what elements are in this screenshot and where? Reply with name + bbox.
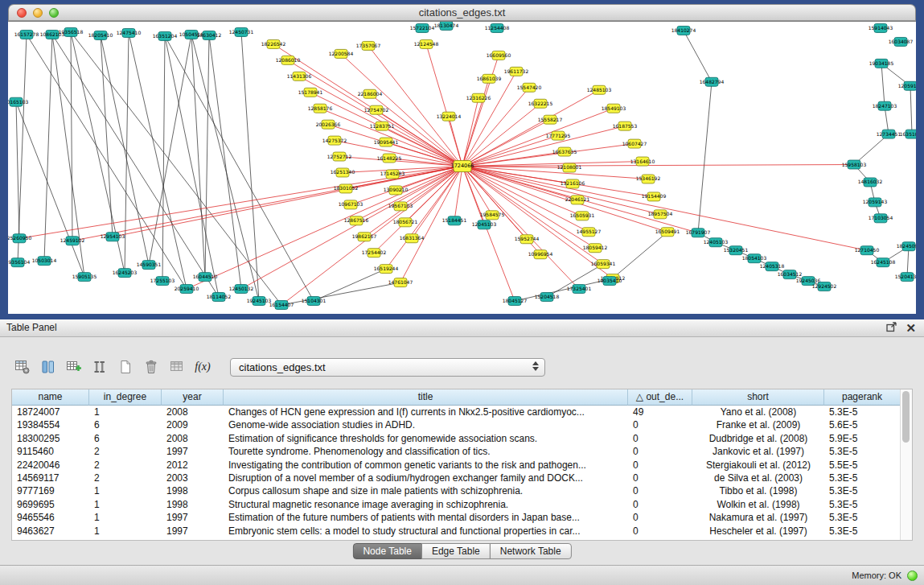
table-row[interactable]: 2242004622012Investigating the contribut… — [12, 459, 900, 472]
minimize-window-button[interactable] — [33, 8, 43, 18]
graph-node[interactable]: 14816032 — [858, 178, 883, 187]
delete-table-button[interactable] — [142, 356, 161, 377]
graph-node[interactable]: 20165103 — [8, 97, 28, 106]
graph-node[interactable]: 17771295 — [546, 131, 571, 140]
show-columns-button[interactable] — [39, 356, 58, 377]
graph-node[interactable]: 12450132 — [229, 285, 254, 294]
graph-node[interactable]: 12059143 — [863, 198, 888, 207]
graph-node[interactable]: 18054103 — [742, 254, 767, 263]
new-table-button[interactable] — [116, 356, 135, 377]
table-source-select[interactable]: citations_edges.txt — [230, 358, 545, 377]
graph-node[interactable]: 22186004 — [358, 89, 383, 98]
graph-node[interactable]: 15104301 — [302, 297, 326, 306]
graph-node[interactable]: 18247103 — [873, 101, 897, 110]
graph-node[interactable]: 16245108 — [871, 258, 896, 267]
graph-node[interactable]: 18205410 — [88, 31, 113, 39]
graph-node[interactable]: 18056721 — [393, 218, 418, 227]
column-header-year[interactable]: year — [162, 389, 224, 406]
graph-node[interactable]: 15320451 — [724, 246, 749, 255]
graph-node[interactable]: 19245103 — [247, 297, 272, 306]
graph-node[interactable]: 12108001 — [557, 163, 582, 172]
column-header-title[interactable]: title — [224, 389, 628, 406]
table-mode-button[interactable] — [13, 356, 32, 377]
graph-node[interactable]: 14761047 — [388, 278, 413, 287]
graph-node[interactable]: 19611732 — [504, 67, 529, 76]
tab-node-table[interactable]: Node Table — [352, 543, 422, 559]
graph-node[interactable]: 12858176 — [308, 104, 333, 113]
graph-node[interactable]: 19356104 — [8, 258, 30, 267]
table-row[interactable]: 969969511998Structural magnetic resonanc… — [12, 498, 900, 511]
graph-node[interactable]: 13164610 — [630, 157, 655, 166]
graph-node[interactable]: 19862167 — [352, 233, 377, 241]
graph-node[interactable]: 19154409 — [642, 192, 667, 201]
graph-node[interactable]: 18957504 — [648, 210, 673, 219]
graph-hub-node[interactable]: 1724066 — [451, 161, 474, 172]
graph-node[interactable]: 12045103 — [472, 220, 497, 229]
graph-node[interactable]: 15722104 — [410, 23, 435, 32]
graph-node[interactable]: 12405103 — [704, 238, 729, 247]
graph-node[interactable]: 16157278 — [14, 30, 39, 39]
column-header-pagerank[interactable]: pagerank — [824, 389, 900, 406]
graph-node[interactable]: 22046121 — [565, 196, 590, 204]
graph-node[interactable]: 16791907 — [686, 229, 711, 237]
column-header-name[interactable]: name — [12, 389, 89, 406]
graph-node[interactable]: 12086010 — [276, 56, 301, 64]
graph-node[interactable]: 12124548 — [414, 39, 439, 48]
tab-network-table[interactable]: Network Table — [490, 543, 572, 559]
graph-node[interactable]: 18630412 — [197, 31, 222, 39]
graph-node[interactable]: 16251340 — [331, 168, 355, 177]
graph-node[interactable]: 12734451 — [877, 130, 901, 138]
graph-node[interactable]: 11283751 — [370, 122, 395, 130]
graph-node[interactable]: 16831364 — [400, 234, 425, 243]
graph-node[interactable]: 16351098 — [900, 130, 916, 138]
column-bars-button[interactable] — [90, 356, 109, 377]
graph-node[interactable]: 12710450 — [855, 246, 880, 255]
float-panel-icon[interactable] — [886, 322, 897, 335]
table-row[interactable]: 1938455462009Genome-wide association stu… — [12, 418, 900, 431]
graph-node[interactable]: 18245094 — [897, 242, 916, 251]
graph-node[interactable]: 13224014 — [437, 112, 462, 121]
column-header-out-de-[interactable]: △ out_de... — [628, 389, 692, 406]
graph-node[interactable]: 12752712 — [327, 152, 352, 161]
graph-node[interactable]: 11431306 — [287, 72, 312, 80]
graph-node[interactable]: 16322215 — [528, 99, 553, 108]
network-canvas[interactable]: 1822654212086010114313061517894112858176… — [8, 21, 916, 314]
graph-node[interactable]: 16044510 — [193, 273, 218, 282]
graph-node[interactable]: 13216106 — [561, 179, 585, 188]
scrollbar-thumb[interactable] — [902, 391, 910, 443]
table-row[interactable]: 911546021997Tourette syndrome. Phenomeno… — [12, 445, 900, 458]
graph-node[interactable]: 12754702 — [364, 105, 389, 114]
graph-node[interactable]: 17357067 — [356, 41, 381, 50]
graph-node[interactable]: 18114052 — [207, 293, 232, 302]
graph-node[interactable]: 19584575 — [480, 211, 505, 220]
graph-node[interactable]: 15952744 — [515, 235, 540, 244]
graph-node[interactable]: 16187553 — [613, 122, 638, 130]
table-row[interactable]: 1456911722003Disruption of a novel membe… — [12, 472, 900, 484]
graph-node[interactable]: 15346192 — [636, 175, 661, 183]
close-panel-icon[interactable]: ✕ — [906, 322, 916, 335]
graph-node[interactable]: 17255103 — [150, 277, 175, 286]
table-row[interactable]: 946362711997Embryonic stem cells: a mode… — [12, 525, 900, 538]
column-header-in-degree[interactable]: in_degree — [89, 389, 162, 406]
graph-node[interactable]: 15547420 — [517, 83, 542, 92]
graph-node[interactable]: 15184451 — [442, 216, 467, 225]
graph-node[interactable]: 14275372 — [322, 136, 347, 145]
graph-node[interactable]: 15204518 — [535, 293, 560, 302]
graph-node[interactable]: 16482794 — [700, 77, 725, 86]
graph-node[interactable]: 19034185 — [869, 59, 894, 68]
graph-node[interactable]: 19035410 — [598, 277, 622, 286]
graph-node[interactable]: 16351204 — [153, 31, 178, 40]
graph-node[interactable]: 12405318 — [760, 262, 785, 271]
graph-node[interactable]: 15204136 — [895, 273, 916, 282]
graph-node[interactable]: 25260950 — [8, 234, 31, 243]
graph-node[interactable]: 10503014 — [32, 257, 57, 266]
table-row[interactable]: 977716911998Corpus callosum shape and si… — [12, 484, 900, 497]
graph-node[interactable]: 18045127 — [503, 297, 528, 306]
graph-node[interactable]: 14955127 — [577, 228, 602, 237]
graph-node[interactable]: 14590351 — [137, 261, 162, 270]
graph-node[interactable]: 11254408 — [485, 23, 510, 32]
table-row[interactable]: 946554611997Estimation of the future num… — [12, 511, 900, 524]
close-window-button[interactable] — [17, 8, 27, 18]
graph-node[interactable]: 12316226 — [466, 93, 491, 102]
graph-node[interactable]: 18410274 — [671, 26, 696, 35]
